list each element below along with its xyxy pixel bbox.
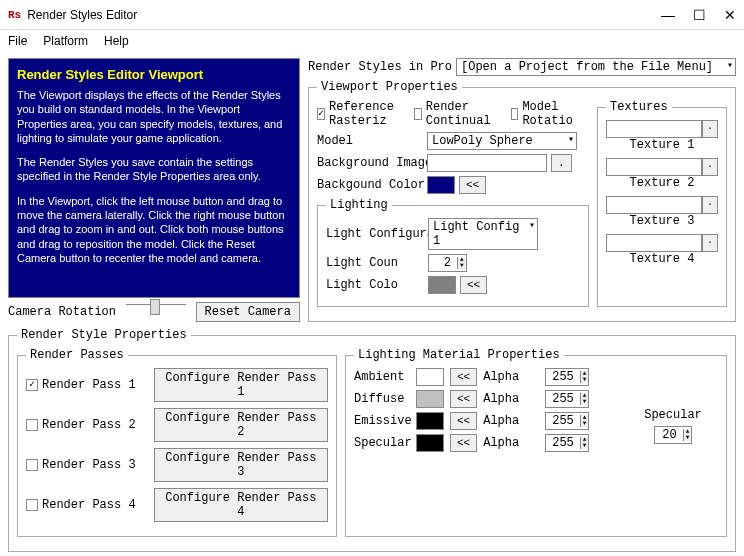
close-button[interactable]: ✕ xyxy=(724,7,736,23)
project-combo[interactable]: [Open a Project from the File Menu] xyxy=(456,58,736,76)
maximize-button[interactable]: ☐ xyxy=(693,7,706,23)
camera-rotation-label: Camera Rotation xyxy=(8,305,116,319)
viewport-help-title: Render Styles Editor Viewport xyxy=(17,67,291,82)
specular-alpha-label: Alpha xyxy=(483,436,539,450)
viewport-help-p2: The Render Styles you save contain the s… xyxy=(17,155,291,184)
light-config-combo[interactable]: Light Config 1 xyxy=(428,218,538,250)
window-title: Render Styles Editor xyxy=(27,8,661,22)
render-style-properties-group: Render Style Properties Render Passes ✓R… xyxy=(8,328,736,552)
diffuse-label: Diffuse xyxy=(354,392,410,406)
viewport-properties-legend: Viewport Properties xyxy=(317,80,462,94)
render-pass-4-checkbox[interactable]: Render Pass 4 xyxy=(26,498,136,512)
lighting-legend: Lighting xyxy=(326,198,392,212)
reference-rasterizer-checkbox[interactable]: ✓Reference Rasteriz xyxy=(317,100,398,128)
textures-group: Textures .Texture 1 .Texture 2 .Texture … xyxy=(597,100,727,307)
specular-power-spinner[interactable]: 20▲▼ xyxy=(654,426,693,444)
render-pass-1-checkbox[interactable]: ✓Render Pass 1 xyxy=(26,378,136,392)
ambient-alpha-spinner[interactable]: 255▲▼ xyxy=(545,368,589,386)
textures-legend: Textures xyxy=(606,100,672,114)
light-count-label: Light Coun xyxy=(326,256,424,270)
project-label: Render Styles in Pro xyxy=(308,60,452,74)
texture-3-input[interactable] xyxy=(606,196,702,214)
ambient-alpha-label: Alpha xyxy=(483,370,539,384)
bg-color-button[interactable]: << xyxy=(459,176,486,194)
texture-2-label: Texture 2 xyxy=(606,176,718,190)
texture-4-input[interactable] xyxy=(606,234,702,252)
texture-3-browse[interactable]: . xyxy=(702,196,718,214)
menu-help[interactable]: Help xyxy=(104,34,129,48)
texture-1-input[interactable] xyxy=(606,120,702,138)
ambient-swatch[interactable] xyxy=(416,368,444,386)
model-label: Model xyxy=(317,134,423,148)
render-passes-legend: Render Passes xyxy=(26,348,128,362)
model-combo[interactable]: LowPoly Sphere xyxy=(427,132,577,150)
render-continual-checkbox[interactable]: Render Continual xyxy=(414,100,495,128)
configure-pass-4-button[interactable]: Configure Render Pass 4 xyxy=(154,488,328,522)
diffuse-btn[interactable]: << xyxy=(450,390,477,408)
light-color-swatch[interactable] xyxy=(428,276,456,294)
viewport-properties-group: Viewport Properties ✓Reference Rasteriz … xyxy=(308,80,736,322)
diffuse-alpha-label: Alpha xyxy=(483,392,539,406)
camera-rotation-slider[interactable] xyxy=(126,304,186,320)
menu-file[interactable]: File xyxy=(8,34,27,48)
render-pass-2-checkbox[interactable]: Render Pass 2 xyxy=(26,418,136,432)
bg-image-browse-button[interactable]: . xyxy=(551,154,572,172)
bg-color-swatch[interactable] xyxy=(427,176,455,194)
texture-2-browse[interactable]: . xyxy=(702,158,718,176)
texture-1-label: Texture 1 xyxy=(606,138,718,152)
bg-image-label: Background Image xyxy=(317,156,423,170)
render-pass-3-checkbox[interactable]: Render Pass 3 xyxy=(26,458,136,472)
model-rotation-checkbox[interactable]: Model Rotatio xyxy=(511,100,577,128)
rsp-legend: Render Style Properties xyxy=(17,328,191,342)
minimize-button[interactable]: — xyxy=(661,7,675,23)
specular-power-label: Specular xyxy=(628,408,718,422)
texture-4-label: Texture 4 xyxy=(606,252,718,266)
light-color-label: Light Colo xyxy=(326,278,424,292)
texture-3-label: Texture 3 xyxy=(606,214,718,228)
texture-4-browse[interactable]: . xyxy=(702,234,718,252)
diffuse-alpha-spinner[interactable]: 255▲▼ xyxy=(545,390,589,408)
emissive-alpha-label: Alpha xyxy=(483,414,539,428)
lighting-group: Lighting Light Configurat Light Config 1… xyxy=(317,198,589,307)
viewport-help-p3: In the Viewport, click the left mouse bu… xyxy=(17,194,291,265)
specular-alpha-spinner[interactable]: 255▲▼ xyxy=(545,434,589,452)
render-passes-group: Render Passes ✓Render Pass 1Configure Re… xyxy=(17,348,337,537)
configure-pass-3-button[interactable]: Configure Render Pass 3 xyxy=(154,448,328,482)
emissive-alpha-spinner[interactable]: 255▲▼ xyxy=(545,412,589,430)
emissive-btn[interactable]: << xyxy=(450,412,477,430)
ambient-btn[interactable]: << xyxy=(450,368,477,386)
texture-2-input[interactable] xyxy=(606,158,702,176)
app-icon: Rs xyxy=(8,9,21,21)
lmp-legend: Lighting Material Properties xyxy=(354,348,564,362)
configure-pass-2-button[interactable]: Configure Render Pass 2 xyxy=(154,408,328,442)
menu-platform[interactable]: Platform xyxy=(43,34,88,48)
emissive-label: Emissive xyxy=(354,414,410,428)
emissive-swatch[interactable] xyxy=(416,412,444,430)
configure-pass-1-button[interactable]: Configure Render Pass 1 xyxy=(154,368,328,402)
texture-1-browse[interactable]: . xyxy=(702,120,718,138)
lighting-material-group: Lighting Material Properties Ambient<<Al… xyxy=(345,348,727,537)
ambient-label: Ambient xyxy=(354,370,410,384)
specular-swatch[interactable] xyxy=(416,434,444,452)
light-config-label: Light Configurat xyxy=(326,227,424,241)
viewport-help-p1: The Viewport displays the effects of the… xyxy=(17,88,291,145)
bg-image-input[interactable] xyxy=(427,154,547,172)
viewport-help-panel: Render Styles Editor Viewport The Viewpo… xyxy=(8,58,300,298)
reset-camera-button[interactable]: Reset Camera xyxy=(196,302,300,322)
light-color-button[interactable]: << xyxy=(460,276,487,294)
specular-btn[interactable]: << xyxy=(450,434,477,452)
specular-label: Specular xyxy=(354,436,410,450)
light-count-spinner[interactable]: 2▲▼ xyxy=(428,254,467,272)
diffuse-swatch[interactable] xyxy=(416,390,444,408)
bg-color-label: Backgound Color xyxy=(317,178,423,192)
